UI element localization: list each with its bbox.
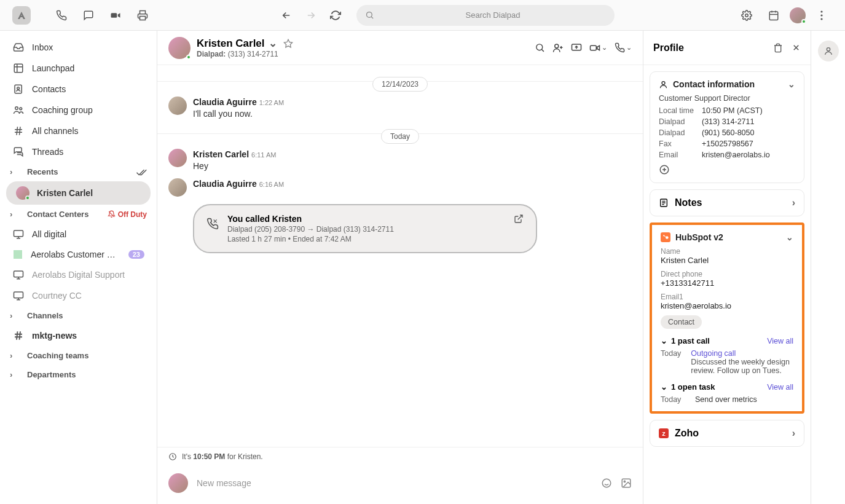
nav-contacts[interactable]: Contacts <box>2 79 154 100</box>
chevron-down-icon[interactable]: ⌄ <box>269 37 277 50</box>
phone-icon[interactable] <box>50 4 73 26</box>
channel-mktg-news[interactable]: mktg-news <box>2 325 154 346</box>
section-coaching-teams[interactable]: ›Coaching teams <box>2 346 154 365</box>
nav-courtney-cc[interactable]: Courtney CC <box>2 285 154 306</box>
image-icon[interactable] <box>621 478 632 489</box>
call-route: Dialpad (205) 208-3790 → Dialpad (313) 3… <box>227 225 394 234</box>
call-icon[interactable]: ⌄ <box>615 42 632 53</box>
emoji-icon[interactable] <box>601 478 612 489</box>
contact-avatar <box>16 186 29 200</box>
refresh-icon[interactable] <box>324 4 347 26</box>
clock-icon <box>168 452 177 461</box>
star-icon[interactable] <box>283 39 293 49</box>
search-placeholder: Search Dialpad <box>380 10 606 20</box>
my-avatar[interactable] <box>790 7 806 23</box>
inbox-icon <box>12 42 25 53</box>
conversation-title: Kristen Carlel <box>197 37 265 50</box>
contacts-icon <box>12 84 25 95</box>
message-icon[interactable] <box>77 4 100 26</box>
app-logo[interactable] <box>12 6 31 25</box>
calendar-icon[interactable] <box>763 4 785 26</box>
contact-rail-icon[interactable] <box>818 41 839 61</box>
section-recents[interactable]: ›Recents <box>2 162 154 181</box>
video-icon[interactable] <box>104 4 127 26</box>
open-external-icon[interactable] <box>514 214 524 224</box>
notes-card[interactable]: Notes › <box>650 189 804 216</box>
date-divider: Today <box>381 129 419 144</box>
nav-all-digital[interactable]: All digital <box>2 224 154 245</box>
mark-read-icon[interactable] <box>136 168 147 176</box>
svg-point-12 <box>20 108 22 110</box>
nav-all-channels[interactable]: All channels <box>2 120 154 141</box>
view-all-link[interactable]: View all <box>767 383 793 392</box>
message-body: Hey <box>193 161 276 171</box>
nav-threads[interactable]: Threads <box>2 141 154 162</box>
close-icon[interactable] <box>792 43 801 53</box>
chevron-right-icon: › <box>792 428 795 439</box>
contact-role: Customer Support Director <box>659 94 795 103</box>
hubspot-card-highlight: HubSpot v2⌄ Name Kristen Carlel Direct p… <box>650 222 804 414</box>
timestamp: 6:16 AM <box>259 181 284 188</box>
sender-name: Claudia Aguirre <box>193 97 257 107</box>
person-icon <box>659 80 668 89</box>
section-channels[interactable]: ›Channels <box>2 306 154 325</box>
sidebar: Inbox Launchpad Contacts Coaching group … <box>0 31 157 504</box>
right-rail <box>811 31 845 504</box>
view-all-link[interactable]: View all <box>767 337 793 345</box>
print-icon[interactable] <box>132 4 154 26</box>
chevron-down-icon[interactable]: ⌄ <box>788 79 795 89</box>
sender-avatar <box>168 96 187 115</box>
add-person-icon[interactable] <box>552 42 564 53</box>
chevron-down-icon[interactable]: ⌄ <box>602 44 607 52</box>
group-icon <box>12 104 25 116</box>
call-record-card[interactable]: You called Kristen Dialpad (205) 208-379… <box>193 204 537 253</box>
svg-point-17 <box>555 44 559 48</box>
section-contact-centers[interactable]: ›Contact CentersOff Duty <box>2 205 154 224</box>
svg-point-24 <box>662 81 665 84</box>
recent-contact[interactable]: Kristen Carlel <box>6 181 151 205</box>
section-departments[interactable]: ›Departments <box>2 365 154 384</box>
threads-icon <box>12 146 25 157</box>
nav-aerolabs-cs[interactable]: Aerolabs Customer Supp...23 <box>2 245 154 264</box>
compose-input[interactable]: New message <box>197 478 592 488</box>
svg-rect-15 <box>14 292 23 298</box>
nav-inbox[interactable]: Inbox <box>2 37 154 58</box>
search-convo-icon[interactable] <box>535 42 545 53</box>
call-meta: Lasted 1 h 27 min • Ended at 7:42 AM <box>227 235 394 243</box>
delete-icon[interactable] <box>773 43 783 53</box>
svg-rect-1 <box>140 16 146 20</box>
nav-coaching-group[interactable]: Coaching group <box>2 100 154 120</box>
chevron-down-icon[interactable]: ⌄ <box>661 336 667 345</box>
timestamp: 6:11 AM <box>251 151 276 159</box>
chevron-down-icon[interactable]: ⌄ <box>786 232 793 242</box>
add-field-icon[interactable] <box>659 164 795 175</box>
nav-aerolabs-ds[interactable]: Aerolabs Digital Support <box>2 264 154 285</box>
svg-point-21 <box>602 479 611 487</box>
settings-icon[interactable] <box>736 4 758 26</box>
notes-icon <box>659 198 669 208</box>
svg-rect-0 <box>111 13 117 18</box>
chevron-down-icon[interactable]: ⌄ <box>661 382 667 392</box>
svg-point-10 <box>17 87 20 90</box>
video-call-icon[interactable]: ⌄ <box>589 42 607 53</box>
more-icon[interactable] <box>811 4 833 26</box>
svg-point-5 <box>820 10 822 12</box>
launchpad-icon <box>12 63 25 74</box>
off-duty-badge[interactable]: Off Duty <box>108 210 147 219</box>
hubspot-icon <box>661 232 670 242</box>
chevron-right-icon: › <box>10 311 20 320</box>
nav-launchpad[interactable]: Launchpad <box>2 58 154 79</box>
svg-point-3 <box>745 14 749 17</box>
svg-point-27 <box>666 236 669 239</box>
chevron-down-icon[interactable]: ⌄ <box>626 44 632 52</box>
screenshare-icon[interactable] <box>571 42 582 53</box>
chevron-right-icon: › <box>10 167 20 176</box>
conversation-avatar <box>168 37 191 59</box>
timezone-text: It's 10:50 PM for Kristen. <box>182 452 263 461</box>
zoho-card[interactable]: z Zoho › <box>650 420 804 447</box>
svg-rect-13 <box>14 230 23 237</box>
monitor-icon <box>12 269 25 280</box>
global-search[interactable]: Search Dialpad <box>356 5 615 26</box>
back-icon[interactable] <box>275 4 297 26</box>
svg-rect-4 <box>769 12 778 20</box>
